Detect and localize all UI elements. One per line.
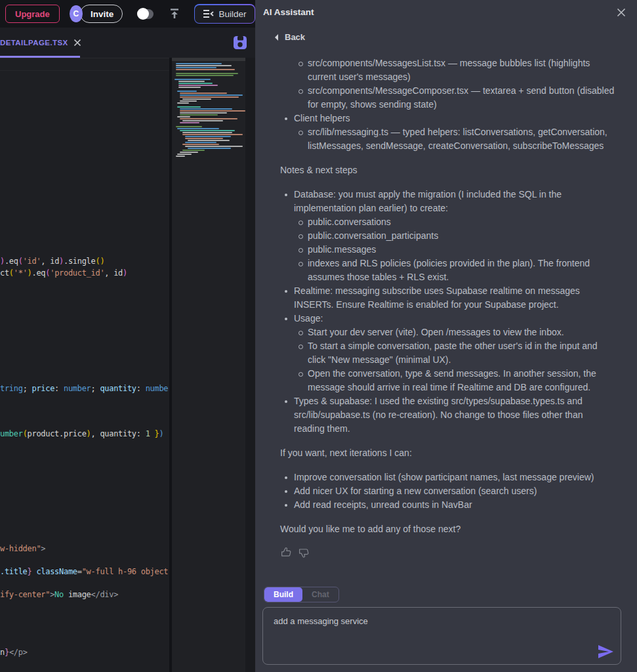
message-list-item: src/lib/messaging.ts — typed helpers: li… [280, 125, 616, 153]
message-list-item: Types & supabase: I used the existing sr… [280, 394, 616, 436]
composer: add a messaging service [262, 607, 621, 665]
code-line: umber(product.price), quantity: 1 }) [0, 429, 163, 439]
code-line: ify-center">No image</div> [0, 589, 118, 600]
message-list-item: Usage: [280, 312, 616, 326]
message-paragraph: Notes & next steps [280, 163, 616, 177]
builder-label: Builder [218, 9, 246, 19]
message-list-item: public.conversation_participants [280, 229, 616, 243]
save-icon[interactable] [232, 35, 248, 51]
message-list-item: indexes and RLS policies (policies provi… [280, 257, 616, 284]
builder-panel-icon [203, 9, 214, 18]
minimap-viewport-indicator[interactable] [172, 58, 245, 61]
message-list-item: src/components/MessagesList.tsx — messag… [280, 56, 616, 84]
message-list-item: Improve conversation list (show particip… [280, 471, 616, 484]
ai-panel-title: AI Assistant [263, 7, 314, 17]
app-window: Upgrade C Invite [0, 0, 637, 672]
assistant-message: src/components/MessagesList.tsx — messag… [255, 56, 637, 558]
code-line: tring; price: number; quantity: number [0, 383, 169, 394]
message-list-item: public.conversations [280, 215, 616, 229]
invite-button[interactable]: Invite [80, 5, 123, 23]
code-area[interactable]: ).eq('id', id).single()ct('*').eq('produ… [0, 58, 169, 672]
tab-label: DETAILPAGE.TSX [0, 39, 68, 47]
tab-close-icon[interactable] [73, 39, 81, 47]
back-label: Back [285, 32, 305, 42]
preview-toggle[interactable] [137, 9, 154, 19]
message-list-item: Add nicer UX for starting a new conversa… [280, 484, 616, 498]
code-line: ct('*').eq('product_id', id) [0, 268, 127, 278]
message-list-item: Realtime: messaging subscribe uses Supab… [280, 284, 616, 312]
toggle-knob [137, 8, 149, 20]
feedback-row [280, 547, 616, 558]
thumbs-up-icon[interactable] [280, 547, 292, 558]
assistant-message-blocks: src/components/MessagesList.tsx — messag… [280, 56, 616, 536]
publish-upload-icon[interactable] [168, 7, 181, 20]
message-list-item: Client helpers [280, 112, 616, 125]
code-line: n}</p> [0, 647, 28, 658]
avatar[interactable]: C [70, 5, 83, 22]
minimap-lines [175, 63, 243, 158]
top-toolbar: Upgrade C Invite [0, 0, 255, 28]
ai-panel-header: AI Assistant [255, 0, 637, 26]
message-input[interactable]: add a messaging service [263, 608, 621, 664]
composer-mode-toggle: Build Chat [264, 587, 339, 602]
thumbs-down-icon[interactable] [298, 547, 310, 558]
code-line: w-hidden"> [0, 543, 45, 554]
assistant-message-scroll[interactable]: src/components/MessagesList.tsx — messag… [255, 50, 637, 570]
code-line: .title} className="w-full h-96 object- [0, 566, 169, 577]
message-list-item: Open the conversation, type & send messa… [280, 367, 616, 394]
mode-build-tab[interactable]: Build [264, 587, 302, 602]
message-list-item: To start a simple conversation, paste th… [280, 339, 616, 367]
message-list: Improve conversation list (show particip… [280, 471, 616, 512]
message-list-item: src/components/MessageComposer.tsx — tex… [280, 84, 616, 112]
code-line: ).eq('id', id).single() [0, 256, 104, 266]
back-button[interactable]: Back [274, 32, 305, 42]
mode-chat-tab[interactable]: Chat [302, 587, 339, 602]
message-list-item: public.messages [280, 243, 616, 257]
message-list-item: Database: you must apply the migration (… [280, 188, 616, 215]
builder-button[interactable]: Builder [194, 4, 255, 24]
send-icon[interactable] [597, 644, 614, 659]
editor-scrollbar-gutter[interactable] [245, 58, 255, 672]
code-divider-line [0, 70, 169, 71]
upgrade-button[interactable]: Upgrade [5, 5, 60, 23]
chevron-left-icon [274, 33, 279, 41]
message-list: Database: you must apply the migration (… [280, 188, 616, 436]
tab-detailpage[interactable]: DETAILPAGE.TSX [0, 28, 80, 58]
editor-column: Upgrade C Invite [0, 0, 255, 672]
close-icon[interactable] [616, 7, 627, 18]
editor-tab-bar: DETAILPAGE.TSX [0, 28, 255, 58]
message-list-item: Add read receipts, unread counts in NavB… [280, 498, 616, 512]
message-list: src/components/MessagesList.tsx — messag… [280, 56, 616, 153]
message-paragraph: Would you like me to add any of those ne… [280, 522, 616, 536]
message-paragraph: If you want, next iterations I can: [280, 446, 616, 460]
ai-assistant-panel: AI Assistant Back src/components/Message… [255, 0, 637, 672]
message-list-item: Start your dev server (vite). Open /mess… [280, 326, 616, 339]
minimap[interactable] [172, 58, 245, 672]
